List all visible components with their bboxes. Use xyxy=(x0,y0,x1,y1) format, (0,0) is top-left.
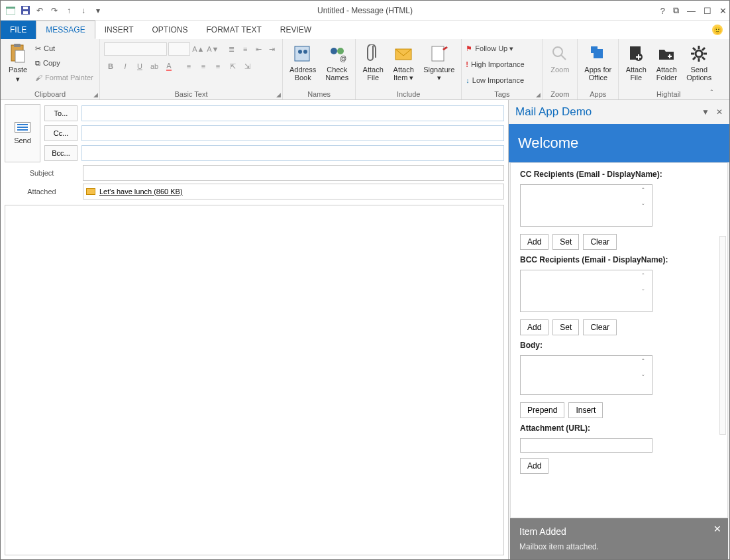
attachment-link[interactable]: Let's have lunch (860 KB) xyxy=(99,188,183,196)
toast-close-icon[interactable]: ✕ xyxy=(713,524,721,534)
cc-input[interactable] xyxy=(81,125,504,141)
down-icon[interactable]: ↓ xyxy=(78,5,89,17)
bcc-button[interactable]: Bcc... xyxy=(44,145,78,161)
cut-button[interactable]: ✂Cut xyxy=(35,42,93,55)
format-painter-button[interactable]: 🖌Format Painter xyxy=(35,71,93,84)
tab-file[interactable]: FILE xyxy=(1,21,36,39)
align-left-icon[interactable]: ≡ xyxy=(182,60,195,73)
italic-icon[interactable]: I xyxy=(119,60,132,73)
numbering-icon[interactable]: ≡ xyxy=(239,42,251,56)
minimize-icon[interactable]: — xyxy=(687,6,696,16)
font-color-icon[interactable]: A xyxy=(162,60,176,73)
help-icon[interactable]: ? xyxy=(660,6,665,16)
to-button[interactable]: To... xyxy=(44,105,78,121)
bullets-icon[interactable]: ≣ xyxy=(226,42,238,56)
cc-button[interactable]: Cc... xyxy=(44,125,78,141)
ribbon: Paste▾ ✂Cut ⧉Copy 🖌Format Painter Clipbo… xyxy=(1,39,729,100)
group-apps: Apps for Office Apps xyxy=(578,39,619,99)
collapse-ribbon-icon[interactable]: ˆ xyxy=(711,89,713,97)
subject-label: Subject xyxy=(5,169,79,177)
hightail-attach-file-button[interactable]: Attach File xyxy=(623,42,649,90)
popout-icon[interactable]: ⧉ xyxy=(673,5,679,16)
cc-clear-button[interactable]: Clear xyxy=(583,234,617,250)
outdent-icon[interactable]: ⇤ xyxy=(252,42,264,56)
cc-set-button[interactable]: Set xyxy=(552,234,579,250)
follow-up-button[interactable]: ⚑Follow Up ▾ xyxy=(466,42,524,55)
to-input[interactable] xyxy=(81,105,504,121)
tab-insert[interactable]: INSERT xyxy=(95,21,143,39)
svg-point-13 xyxy=(303,50,307,54)
font-family-select[interactable] xyxy=(104,42,167,56)
hightail-attach-folder-button[interactable]: Attach Folder xyxy=(653,42,680,90)
grow-font-icon[interactable]: A▲ xyxy=(191,42,205,56)
basictext-launcher-icon[interactable]: ◢ xyxy=(276,91,281,98)
apps-for-office-button[interactable]: Apps for Office xyxy=(582,42,614,90)
address-book-button[interactable]: Address Book xyxy=(287,42,319,90)
body-prepend-button[interactable]: Prepend xyxy=(520,402,564,418)
qat-window-icon[interactable] xyxy=(5,5,17,17)
svg-rect-10 xyxy=(15,50,25,62)
up-icon[interactable]: ↑ xyxy=(63,5,75,17)
undo-icon[interactable]: ↶ xyxy=(34,5,46,17)
save-icon[interactable] xyxy=(19,5,31,17)
tags-launcher-icon[interactable]: ◢ xyxy=(536,91,541,98)
feedback-smiley-icon[interactable]: 🙂 xyxy=(712,25,723,35)
bcc-spin-down-icon[interactable]: ˇ xyxy=(642,288,645,296)
tab-format-text[interactable]: FORMAT TEXT xyxy=(197,21,271,39)
bcc-spin-up-icon[interactable]: ˆ xyxy=(642,272,645,280)
bcc-clear-button[interactable]: Clear xyxy=(583,319,617,335)
attachment-url-input[interactable] xyxy=(520,438,652,453)
body-spin-up-icon[interactable]: ˆ xyxy=(642,358,645,366)
font-size-select[interactable] xyxy=(168,42,190,56)
qat-more-icon[interactable]: ▾ xyxy=(92,5,104,17)
redo-icon[interactable]: ↷ xyxy=(48,5,60,17)
check-names-button[interactable]: @Check Names xyxy=(323,42,351,90)
high-importance-icon: ! xyxy=(466,60,468,68)
pane-menu-icon[interactable]: ▼ xyxy=(702,107,709,117)
copy-button[interactable]: ⧉Copy xyxy=(35,56,93,70)
bcc-input[interactable] xyxy=(81,145,504,161)
mail-app-pane: Mail App Demo ▼✕ Welcome CC Recipients (… xyxy=(508,100,729,559)
pane-close-icon[interactable]: ✕ xyxy=(716,107,723,117)
increase-indent-icon[interactable]: ⇲ xyxy=(240,60,254,73)
highlight-icon[interactable]: ab xyxy=(148,60,161,73)
indent-icon[interactable]: ⇥ xyxy=(266,42,278,56)
body-insert-button[interactable]: Insert xyxy=(568,402,603,418)
align-right-icon[interactable]: ≡ xyxy=(211,60,225,73)
tab-options[interactable]: OPTIONS xyxy=(143,21,197,39)
body-textarea[interactable] xyxy=(520,355,652,395)
align-center-icon[interactable]: ≡ xyxy=(197,60,210,73)
paste-button[interactable]: Paste▾ xyxy=(5,42,31,90)
send-button[interactable]: Send xyxy=(5,104,40,162)
tab-message[interactable]: MESSAGE xyxy=(36,21,95,39)
message-body-editor[interactable] xyxy=(5,205,504,555)
low-importance-button[interactable]: ↓Low Importance xyxy=(466,74,524,87)
bold-icon[interactable]: B xyxy=(104,60,117,73)
bcc-add-button[interactable]: Add xyxy=(520,319,548,335)
hightail-send-options-button[interactable]: Send Options xyxy=(684,42,714,90)
underline-icon[interactable]: U xyxy=(133,60,146,73)
maximize-icon[interactable]: ☐ xyxy=(704,6,711,16)
svg-point-15 xyxy=(337,48,344,54)
decrease-indent-icon[interactable]: ⇱ xyxy=(226,60,239,73)
clipboard-launcher-icon[interactable]: ◢ xyxy=(93,91,98,98)
cc-recipients-textarea[interactable] xyxy=(520,184,652,227)
cc-spin-down-icon[interactable]: ˇ xyxy=(642,203,645,211)
close-icon[interactable]: ✕ xyxy=(719,6,727,16)
high-importance-button[interactable]: !High Importance xyxy=(466,58,524,71)
bcc-recipients-textarea[interactable] xyxy=(520,270,652,312)
shrink-font-icon[interactable]: A▼ xyxy=(206,42,219,56)
cc-spin-up-icon[interactable]: ˆ xyxy=(642,187,645,195)
tab-review[interactable]: REVIEW xyxy=(271,21,321,39)
zoom-button[interactable]: Zoom xyxy=(547,42,573,90)
attach-file-button[interactable]: Attach File xyxy=(360,42,386,90)
attachment-add-button[interactable]: Add xyxy=(520,458,548,474)
attach-item-button[interactable]: Attach Item ▾ xyxy=(390,42,417,90)
cc-add-button[interactable]: Add xyxy=(520,234,548,250)
body-spin-down-icon[interactable]: ˇ xyxy=(642,374,645,382)
subject-input[interactable] xyxy=(83,165,504,181)
signature-button[interactable]: Signature ▾ xyxy=(421,42,457,90)
paperclip-icon xyxy=(362,43,384,64)
pane-scrollbar[interactable] xyxy=(719,236,726,435)
bcc-set-button[interactable]: Set xyxy=(552,319,579,335)
